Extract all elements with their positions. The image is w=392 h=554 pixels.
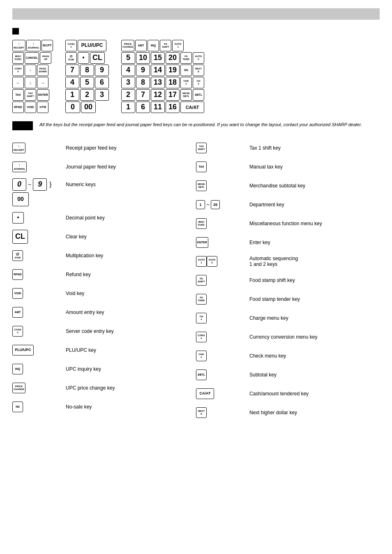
next-dollar-key-kbd[interactable]: NEXT$ <box>193 65 204 76</box>
legend-receipt-key[interactable]: ↑RECEIPT <box>12 143 25 153</box>
key-1[interactable]: 1 <box>65 89 79 101</box>
key-00[interactable]: 00 <box>81 102 96 113</box>
legend-ch-hash-key[interactable]: CH# <box>196 313 207 323</box>
misc-func-key[interactable]: MISCFUNC <box>12 52 24 64</box>
legend-tax-shift-key[interactable]: TAXSHIFT <box>196 143 207 153</box>
legend-auto2-key[interactable]: AUTO2 <box>207 256 217 267</box>
dept-7[interactable]: 7 <box>136 89 150 101</box>
fs-shift-key-kbd[interactable]: FSSHIFT <box>160 40 171 51</box>
tax-shift-key[interactable]: TAXSHIFT <box>25 89 36 101</box>
legend-ns-key[interactable]: NS <box>12 402 23 412</box>
legend-inq-key[interactable]: INQ <box>12 364 23 374</box>
key-9[interactable]: 9 <box>95 65 109 76</box>
dept-11[interactable]: 11 <box>151 102 165 113</box>
auto2-key-kbd[interactable]: AUTO2 <box>193 52 204 64</box>
up-arrow-key[interactable]: ↑ <box>25 65 36 76</box>
journal-feed-key[interactable]: ↑JOURNAL <box>26 40 41 51</box>
dept-8[interactable]: 8 <box>136 77 150 88</box>
legend-fs-tend-key[interactable]: FSTEND <box>196 294 207 305</box>
dept-17[interactable]: 17 <box>166 89 180 101</box>
legend-mdse-sbtl-key[interactable]: MDSESBTL <box>196 180 207 191</box>
legend-amt-key[interactable]: AMT <box>12 307 23 318</box>
chk-hash-key-kbd[interactable]: CHK# <box>180 77 192 88</box>
at-for-key-kbd[interactable]: @/FOR <box>65 52 77 64</box>
dot-key-kbd[interactable]: • <box>78 52 89 64</box>
legend-tax-key[interactable]: TAX <box>196 162 207 172</box>
legend-00-key[interactable]: 00 <box>12 192 29 206</box>
receipt-feed-key[interactable]: ↑RECEIPT <box>12 40 25 51</box>
legend-dot-key[interactable]: • <box>12 212 24 224</box>
legend-cash-hash-key[interactable]: CASH# <box>12 326 23 337</box>
legend-9-key[interactable]: 9 <box>33 178 47 191</box>
plu-upc-key-kbd[interactable]: PLU/UPC <box>78 40 106 51</box>
sbtl-key-kbd[interactable]: SBTL <box>193 89 204 101</box>
legend-rfnd-key[interactable]: RFND <box>12 269 23 280</box>
cash-hash-key-kbd[interactable]: CASH# <box>65 40 77 51</box>
key-8[interactable]: 8 <box>80 65 94 76</box>
key-4[interactable]: 4 <box>65 77 79 88</box>
legend-dept-20-key[interactable]: 20 <box>211 200 220 209</box>
dept-12[interactable]: 12 <box>151 89 165 101</box>
legend-misc-func-key[interactable]: MISCFUNC <box>196 218 207 229</box>
legend-enter-key[interactable]: ENTER <box>196 237 208 248</box>
dept-14[interactable]: 14 <box>151 65 165 76</box>
key-5[interactable]: 5 <box>80 77 94 88</box>
legend-chk-hash-key[interactable]: CHK# <box>196 351 207 361</box>
conv-hash-key[interactable]: CONV# <box>12 65 24 76</box>
cl-key-kbd[interactable]: CL <box>90 52 105 64</box>
legend-void-key[interactable]: VOID <box>12 288 23 299</box>
price-change-key-kbd[interactable]: PRICECHANGE <box>121 40 134 51</box>
dept-4[interactable]: 4 <box>121 65 135 76</box>
legend-sbtl-key[interactable]: SBTL <box>196 369 207 380</box>
dept-15[interactable]: 15 <box>151 52 165 64</box>
hash-tm-key[interactable]: #/TM <box>37 102 48 113</box>
key-3[interactable]: 3 <box>95 89 109 101</box>
ca-at-key-kbd[interactable]: CA/AT <box>180 102 204 113</box>
rfnd-key[interactable]: RFND <box>12 102 24 113</box>
amt-key-kbd[interactable]: AMT <box>135 40 147 51</box>
dept-19[interactable]: 19 <box>166 65 180 76</box>
dept-13[interactable]: 13 <box>151 77 165 88</box>
dept-18[interactable]: 18 <box>166 77 180 88</box>
right-arrow-key[interactable]: → <box>37 77 48 88</box>
legend-fs-shift-key[interactable]: FSSHIFT <box>196 275 207 286</box>
legend-0-key[interactable]: 0 <box>12 178 26 191</box>
enter-key-kbd[interactable]: ENTER <box>37 89 49 101</box>
dept-9[interactable]: 9 <box>136 65 150 76</box>
dept-5[interactable]: 5 <box>121 52 135 64</box>
key-0[interactable]: 0 <box>65 102 80 113</box>
legend-plu-upc-key[interactable]: PLU/UPC <box>12 345 34 355</box>
legend-conv-hash-key[interactable]: CONV# <box>196 332 207 342</box>
legend-dept-1-key[interactable]: 1 <box>196 200 205 209</box>
key-2[interactable]: 2 <box>80 89 94 101</box>
dept-6[interactable]: 6 <box>136 102 150 113</box>
tax-key[interactable]: TAX <box>12 89 24 101</box>
legend-price-change-key[interactable]: PRICECHANGE <box>12 383 25 393</box>
legend-cl-key[interactable]: CL <box>12 230 28 244</box>
legend-ca-at-key[interactable]: CA/AT <box>196 388 214 399</box>
key-7[interactable]: 7 <box>65 65 79 76</box>
left-arrow-key[interactable]: ← <box>12 77 24 88</box>
dept-3[interactable]: 3 <box>121 77 135 88</box>
dept-10[interactable]: 10 <box>136 52 150 64</box>
legend-next-dollar-key[interactable]: NEXT$ <box>196 407 207 418</box>
auto1-key-kbd[interactable]: AUTO1 <box>172 40 184 51</box>
mdse-sbtl-key-kbd[interactable]: MDSESBTL <box>180 89 192 101</box>
fs-tend-key-kbd[interactable]: FSTEND <box>180 52 192 64</box>
inq-key-kbd[interactable]: INQ <box>148 40 159 51</box>
dept-20[interactable]: 20 <box>166 52 180 64</box>
down-arrow-key[interactable]: ↓ <box>25 77 36 88</box>
page-down-key[interactable]: PAGEDOWN <box>37 65 48 76</box>
key-6[interactable]: 6 <box>95 77 109 88</box>
ns-key-kbd[interactable]: NS <box>180 65 192 76</box>
page-up-key[interactable]: PAGEUP <box>40 52 51 64</box>
legend-at-for-key[interactable]: @/FOR <box>12 250 23 261</box>
legend-auto1-key[interactable]: AUTO1 <box>196 256 207 267</box>
ch-hash-key-kbd[interactable]: CH# <box>193 77 204 88</box>
void-key[interactable]: VOID <box>25 102 36 113</box>
cancel-key[interactable]: CANCEL <box>25 52 39 64</box>
dept-1[interactable]: 1 <box>121 102 135 113</box>
dept-16[interactable]: 16 <box>166 102 180 113</box>
rcpt-key[interactable]: RCPT <box>42 40 53 51</box>
legend-journal-key[interactable]: ↑JOURNAL <box>12 162 27 172</box>
